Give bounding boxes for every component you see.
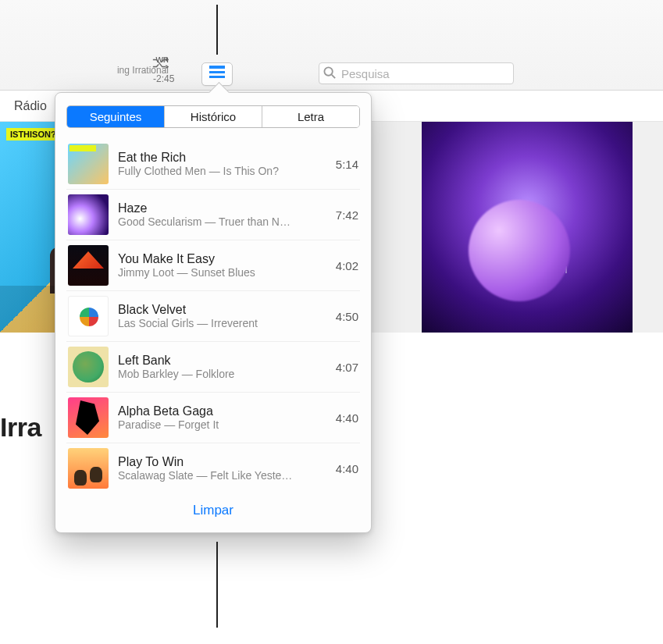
album-thumbnail	[68, 144, 109, 184]
track-row[interactable]: Left Bank Mob Barkley — Folklore 4:07	[66, 341, 360, 392]
track-subtitle: Las Social Girls — Irreverent	[118, 317, 326, 329]
track-subtitle: Paradise — Forget It	[118, 418, 326, 431]
tab-up-next[interactable]: Seguintes	[67, 106, 165, 127]
track-row[interactable]: Black Velvet Las Social Girls — Irrevere…	[66, 290, 360, 341]
album-thumbnail	[68, 347, 109, 387]
album-thumbnail	[68, 245, 109, 286]
album-thumbnail	[68, 296, 109, 336]
search-input[interactable]	[319, 62, 514, 84]
search-field[interactable]	[319, 62, 514, 84]
callout-line	[216, 5, 218, 55]
track-subtitle: Mob Barkley — Folklore	[118, 368, 326, 380]
track-duration: 4:07	[336, 361, 358, 374]
tab-lyrics[interactable]: Letra	[262, 106, 359, 127]
track-title: Eat the Rich	[118, 151, 326, 165]
track-subtitle: Good Secularism — Truer than N…	[118, 215, 326, 228]
tab-history[interactable]: Histórico	[165, 106, 262, 127]
tab-radio[interactable]: Rádio	[6, 99, 55, 113]
album-thumbnail	[68, 397, 109, 438]
track-subtitle: Scalawag Slate — Felt Like Yeste…	[118, 469, 326, 482]
album-text-line: CULARISM	[422, 264, 633, 276]
track-duration: 4:40	[336, 462, 358, 475]
page-heading-fragment: Irra	[0, 412, 41, 443]
track-subtitle: Jimmy Loot — Sunset Blues	[118, 266, 326, 279]
toolbar: wn ing Irrational -2:45	[0, 0, 663, 91]
svg-point-3	[324, 67, 332, 75]
segmented-control: Seguintes Histórico Letra	[66, 105, 360, 128]
up-next-button[interactable]	[201, 62, 233, 86]
album-cover[interactable]: NONFICTI CULARISM	[422, 122, 633, 333]
album-badge: ISTHISON?	[6, 128, 60, 141]
clear-button[interactable]: Limpar	[66, 493, 360, 526]
now-playing-subtitle: ing Irrational	[0, 65, 169, 76]
svg-line-4	[332, 75, 335, 78]
album-thumbnail	[68, 448, 109, 489]
svg-rect-0	[209, 66, 225, 69]
track-duration: 5:14	[336, 158, 358, 171]
list-icon	[209, 66, 225, 83]
album-text-line: NONFICTI	[422, 247, 633, 258]
album-thumbnail	[68, 194, 109, 235]
track-row[interactable]: You Make It Easy Jimmy Loot — Sunset Blu…	[66, 240, 360, 290]
track-title: Haze	[118, 201, 326, 215]
track-duration: 4:40	[336, 411, 358, 425]
track-title: Play To Win	[118, 455, 326, 469]
svg-rect-2	[209, 76, 225, 78]
up-next-popover: Seguintes Histórico Letra Eat the Rich F…	[55, 92, 372, 533]
track-row[interactable]: Play To Win Scalawag Slate — Felt Like Y…	[66, 443, 360, 493]
track-subtitle: Fully Clothed Men — Is This On?	[118, 165, 326, 177]
track-row[interactable]: Eat the Rich Fully Clothed Men — Is This…	[66, 139, 360, 189]
track-duration: 7:42	[336, 208, 358, 222]
track-title: Left Bank	[118, 354, 326, 368]
time-remaining: -2:45	[153, 73, 174, 84]
track-title: Alpha Beta Gaga	[118, 404, 326, 418]
now-playing-title: wn	[0, 53, 169, 65]
search-icon	[323, 66, 337, 83]
callout-line	[216, 542, 218, 628]
track-row[interactable]: Alpha Beta Gaga Paradise — Forget It 4:4…	[66, 392, 360, 443]
track-list: Eat the Rich Fully Clothed Men — Is This…	[66, 139, 360, 493]
track-title: You Make It Easy	[118, 252, 326, 266]
shuffle-icon[interactable]	[151, 56, 169, 73]
track-duration: 4:50	[336, 310, 358, 323]
svg-rect-1	[209, 71, 225, 73]
track-row[interactable]: Haze Good Secularism — Truer than N… 7:4…	[66, 189, 360, 240]
track-title: Black Velvet	[118, 303, 326, 317]
track-duration: 4:02	[336, 259, 358, 272]
